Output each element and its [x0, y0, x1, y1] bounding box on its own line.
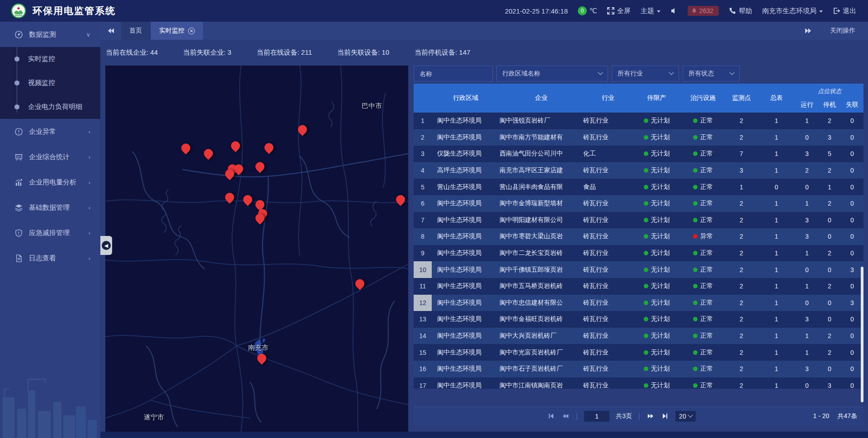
cell-stop: 0	[818, 299, 841, 306]
table-row[interactable]: 3仪陇生态环境局西南油气田分公司川中化工无计划正常71350	[414, 146, 863, 162]
next-page-button[interactable]	[646, 413, 655, 420]
table-row[interactable]: 5营山生态环境局营山县润丰肉食品有限食品无计划正常10010	[414, 179, 863, 195]
cell-lost: 0	[841, 150, 863, 157]
prev-page-button[interactable]	[561, 413, 570, 420]
table-row[interactable]: 13阆中生态环境局阆中市金福旺页岩机砖砖瓦行业无计划正常21300	[414, 311, 863, 328]
table-row[interactable]: 12阆中生态环境局阆中市忠信建材有限公砖瓦行业无计划正常21003	[414, 295, 863, 311]
col-header-industry: 行业	[583, 84, 633, 113]
sidebar-group-企业综合统计[interactable]: 企业综合统计‹	[0, 144, 100, 170]
facility-status-label: 正常	[700, 266, 713, 274]
map-canvas[interactable]: 巴中市南充市遂宁市	[105, 66, 408, 432]
sidebar-group-数据监测[interactable]: 数据监测∨	[0, 22, 100, 47]
cell-limit-status: 无计划	[633, 315, 680, 323]
limit-status-label: 无计划	[651, 381, 670, 389]
cell-limit-status: 无计划	[633, 183, 680, 191]
map-collapse-button[interactable]: ◀	[100, 236, 112, 255]
main-content: 当前在线企业: 44当前失联企业: 3当前在线设备: 211当前失联设备: 10…	[100, 40, 868, 432]
sidebar-group-企业异常[interactable]: 企业异常‹	[0, 119, 100, 144]
logout-button[interactable]: 退出	[833, 7, 856, 15]
cell-lost: 0	[841, 233, 863, 240]
table-row[interactable]: 17阆中生态环境局阆中市江南镇阆南页岩砖瓦行业无计划正常21030	[414, 377, 863, 389]
last-page-button[interactable]	[661, 413, 669, 420]
table-row[interactable]: 7阆中生态环境局阆中明阳建材有限公司砖瓦行业无计划正常21300	[414, 212, 863, 229]
table-row[interactable]: 6阆中生态环境局阆中市金博瑞新型墙材砖瓦行业无计划正常21120	[414, 195, 863, 212]
cell-stop: 3	[818, 134, 841, 141]
table-row[interactable]: 11阆中生态环境局阆中市五马桥页岩机砖砖瓦行业无计划正常21120	[414, 278, 863, 295]
table-row[interactable]: 8阆中生态环境局阆中市枣碧大梁山页岩砖瓦行业无计划异常21300	[414, 228, 863, 245]
industry-filter-select[interactable]: 所有行业	[612, 66, 679, 82]
cell-stop: 2	[818, 250, 841, 257]
city-label-南充市: 南充市	[248, 343, 269, 352]
facility-status-label: 正常	[700, 133, 713, 141]
skyline-illustration	[0, 366, 100, 438]
cell-industry: 砖瓦行业	[583, 365, 633, 373]
cell-points: 2	[726, 217, 757, 224]
page-size-select[interactable]: 20	[675, 411, 696, 422]
tab-首页[interactable]: 首页	[121, 22, 150, 40]
cell-row-number: 14	[414, 328, 432, 344]
status-dot-icon	[693, 284, 698, 288]
status-dot-icon	[693, 135, 698, 140]
col-header-limit: 停限产	[633, 84, 680, 113]
stat-item: 当前在线设备: 211	[257, 48, 312, 57]
tab-close-icon[interactable]: ✕	[188, 28, 195, 34]
sidebar-item-实时监控[interactable]: 实时监控	[0, 47, 100, 71]
cell-facility-status: 正常	[680, 199, 726, 207]
notification-badge[interactable]: 2632	[688, 6, 719, 16]
tab-scroll-right-button[interactable]	[797, 28, 818, 34]
sound-button[interactable]	[670, 7, 678, 14]
theme-dropdown[interactable]: 主题	[641, 7, 660, 15]
table-scrollbar-thumb[interactable]	[861, 267, 863, 402]
tab-scroll-left-button[interactable]	[100, 22, 121, 40]
table-row[interactable]: 2阆中生态环境局阆中市南方节能建材有砖瓦行业无计划正常21030	[414, 129, 863, 146]
pager-divider: |	[576, 412, 578, 420]
cell-stop: 3	[818, 382, 841, 389]
cell-row-number: 4	[414, 162, 432, 179]
cell-industry: 砖瓦行业	[583, 133, 633, 141]
table-row[interactable]: 9阆中生态环境局阆中市二龙长宝页岩砖砖瓦行业无计划正常21120	[414, 245, 863, 262]
table-row[interactable]: 14阆中生态环境局阆中大兴页岩机砖厂砖瓦行业无计划正常21120	[414, 328, 863, 344]
cell-run: 3	[796, 316, 818, 323]
table-row[interactable]: 4高坪生态环境局南充市高坪区王家店建砖瓦行业无计划正常31220	[414, 162, 863, 179]
cell-points: 2	[726, 316, 757, 323]
sidebar-item-label: 视频监控	[28, 79, 55, 87]
status-dot-icon	[693, 151, 698, 156]
sidebar-item-视频监控[interactable]: 视频监控	[0, 71, 100, 95]
bar-chart-icon	[14, 178, 23, 187]
cell-limit-status: 无计划	[633, 232, 680, 240]
cell-run: 0	[796, 382, 818, 389]
cell-run: 1	[796, 117, 818, 124]
next-page-icon	[647, 413, 654, 419]
cell-company: 西南油气田分公司川中	[500, 150, 583, 158]
cell-stop: 0	[818, 316, 841, 323]
cell-industry: 砖瓦行业	[583, 117, 633, 125]
chevron-down-icon	[688, 412, 693, 417]
sidebar-group-基础数据管理[interactable]: 基础数据管理‹	[0, 195, 100, 220]
user-dropdown[interactable]: 南充市生态环境局	[762, 7, 823, 15]
name-filter-input[interactable]	[420, 70, 487, 77]
cell-industry: 砖瓦行业	[583, 266, 633, 274]
sidebar-group-日志查看[interactable]: 日志查看‹	[0, 245, 100, 271]
limit-status-label: 无计划	[651, 166, 670, 174]
status-filter-select[interactable]: 所有状态	[683, 66, 740, 82]
chevron-down-icon	[669, 70, 674, 75]
region-filter-select[interactable]: 行政区域名称	[496, 66, 608, 82]
table-row[interactable]: 15阆中生态环境局阆中市光富页岩机砖厂砖瓦行业无计划正常21120	[414, 344, 863, 361]
close-operations-button[interactable]: 关闭操作	[830, 27, 855, 35]
table-row[interactable]: 10阆中生态环境局阆中千佛镇五郎垭页岩砖瓦行业无计划正常21003	[414, 261, 863, 278]
sidebar-group-企业用电量分析[interactable]: 企业用电量分析‹	[0, 170, 100, 195]
fullscreen-button[interactable]: 全屏	[607, 7, 631, 15]
cell-lost: 3	[841, 266, 863, 273]
facility-status-label: 正常	[700, 365, 713, 373]
sidebar-submenu: 实时监控视频监控企业电力负荷明细	[0, 47, 100, 119]
page-number-input[interactable]: 1	[584, 411, 609, 422]
sidebar-group-应急减排管理[interactable]: 应急减排管理‹	[0, 220, 100, 245]
help-button[interactable]: 帮助	[729, 7, 752, 15]
tab-实时监控[interactable]: 实时监控✕	[151, 22, 203, 40]
sidebar-item-企业电力负荷明细[interactable]: 企业电力负荷明细	[0, 95, 100, 119]
table-row[interactable]: 16阆中生态环境局阆中市石子页岩机砖厂砖瓦行业无计划正常21300	[414, 361, 863, 377]
table-row[interactable]: 1阆中生态环境局阆中强锐页岩砖厂砖瓦行业无计划正常21120	[414, 113, 863, 129]
cell-region: 阆中生态环境局	[432, 216, 500, 224]
status-dot-icon	[693, 334, 698, 338]
first-page-button[interactable]	[547, 413, 555, 420]
